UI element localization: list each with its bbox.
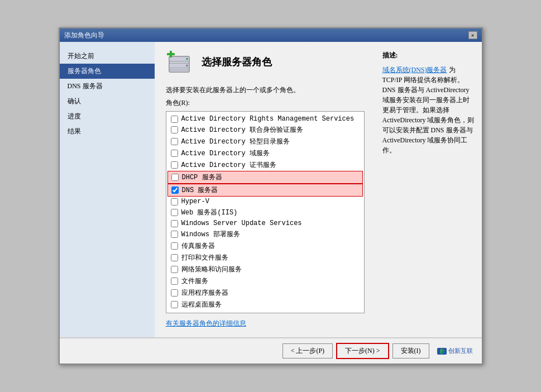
role-checkbox-dns[interactable] — [171, 187, 179, 194]
role-label-hyperv: Hyper-V — [181, 198, 209, 205]
install-button[interactable]: 安装(I) — [392, 343, 429, 358]
sidebar-item-progress[interactable]: 进度 — [60, 109, 155, 124]
sidebar-item-server-roles[interactable]: 服务器角色 — [60, 64, 155, 79]
description-panel: 描述: 域名系统(DNS)服务器 为 TCP/IP 网络提供名称解析。DNS 服… — [376, 42, 482, 337]
role-checkbox-adcs[interactable] — [171, 161, 178, 169]
role-checkbox-adds[interactable] — [171, 150, 178, 157]
roles-list[interactable]: Active Directory Rights Management Servi… — [166, 111, 365, 313]
back-button[interactable]: < 上一步(P) — [283, 343, 333, 358]
role-item-wds: Windows 部署服务 — [167, 228, 363, 240]
link-area: 有关服务器角色的详细信息 — [166, 319, 365, 328]
footer-logo: 🐉 创新互联 — [437, 347, 473, 355]
role-label-adlds: Active Directory 轻型目录服务 — [181, 137, 290, 146]
role-item-rds: 远程桌面服务 — [167, 299, 363, 310]
role-checkbox-iis[interactable] — [171, 209, 178, 216]
role-checkbox-fax[interactable] — [171, 242, 178, 250]
role-item-adcs: Active Directory 证书服务 — [167, 159, 363, 171]
footer: < 上一步(P) 下一步(N) > 安装(I) 🐉 创新互联 — [60, 338, 482, 364]
role-checkbox-dhcp[interactable] — [171, 174, 179, 181]
role-item-print: 打印和文件服务 — [167, 252, 363, 264]
role-item-dns: DNS 服务器 — [167, 184, 363, 197]
role-checkbox-adrms[interactable] — [171, 116, 178, 123]
main-area: 选择服务器角色 选择要安装在此服务器上的一个或多个角色。 角色(R): Acti… — [155, 42, 376, 337]
role-label-dhcp: DHCP 服务器 — [182, 173, 222, 182]
close-button[interactable]: × — [468, 31, 477, 39]
sidebar-item-start[interactable]: 开始之前 — [60, 49, 155, 64]
main-content-row: 选择服务器角色 选择要安装在此服务器上的一个或多个角色。 角色(R): Acti… — [155, 42, 482, 337]
role-label-fs: 文件服务 — [181, 276, 208, 286]
description-text: 选择要安装在此服务器上的一个或多个角色。 — [166, 85, 365, 95]
role-item-fs: 文件服务 — [167, 275, 363, 287]
role-label-adds: Active Directory 域服务 — [181, 149, 270, 158]
info-link[interactable]: 有关服务器角色的详细信息 — [166, 319, 246, 327]
svg-rect-7 — [170, 51, 172, 58]
role-item-hyperv: Hyper-V — [167, 197, 363, 207]
sidebar-item-result[interactable]: 结果 — [60, 124, 155, 139]
role-checkbox-fs[interactable] — [171, 278, 178, 285]
role-item-adlds: Active Directory 轻型目录服务 — [167, 136, 363, 147]
role-label-npas: 网络策略和访问服务 — [181, 265, 242, 274]
desc-body: 为 TCP/IP 网络提供名称解析。DNS 服务器与 ActiveDirecto… — [382, 66, 475, 154]
logo-text: 创新互联 — [448, 347, 473, 355]
desc-content: 域名系统(DNS)服务器 为 TCP/IP 网络提供名称解析。DNS 服务器与 … — [382, 65, 475, 155]
role-checkbox-adlds[interactable] — [171, 138, 178, 145]
sidebar-item-dns[interactable]: DNS 服务器 — [60, 79, 155, 94]
role-item-wsus: Windows Server Update Services — [167, 218, 363, 228]
role-item-dhcp: DHCP 服务器 — [167, 171, 363, 184]
role-checkbox-wsus[interactable] — [171, 220, 178, 227]
role-label-adcs: Active Directory 证书服务 — [181, 160, 276, 170]
role-checkbox-adfs[interactable] — [171, 126, 178, 133]
role-label-fax: 传真服务器 — [181, 241, 215, 251]
role-item-npas: 网络策略和访问服务 — [167, 264, 363, 275]
logo-icon: 🐉 — [437, 348, 447, 355]
titlebar: 添加角色向导 × — [60, 28, 482, 42]
role-label-adrms: Active Directory Rights Management Servi… — [181, 115, 355, 123]
sidebar-item-confirm[interactable]: 确认 — [60, 94, 155, 109]
role-checkbox-npas[interactable] — [171, 266, 178, 273]
desc-title: 描述: — [382, 51, 475, 60]
wizard-window: 添加角色向导 × 开始之前服务器角色DNS 服务器确认进度结果 — [59, 27, 483, 365]
role-label-iis: Web 服务器(IIS) — [181, 208, 238, 217]
role-item-adds: Active Directory 域服务 — [167, 147, 363, 159]
svg-point-5 — [186, 65, 188, 67]
page-title: 选择服务器角色 — [202, 55, 272, 69]
role-item-fax: 传真服务器 — [167, 240, 363, 252]
header-section: 选择服务器角色 — [166, 51, 365, 78]
roles-label: 角色(R): — [166, 98, 365, 108]
role-checkbox-rds[interactable] — [171, 301, 178, 308]
role-checkbox-wds[interactable] — [171, 231, 178, 238]
next-button[interactable]: 下一步(N) > — [336, 343, 389, 359]
role-label-wsus: Windows Server Update Services — [181, 219, 302, 227]
role-label-dns: DNS 服务器 — [182, 185, 218, 195]
role-label-print: 打印和文件服务 — [181, 253, 228, 262]
role-item-adfs: Active Directory 联合身份验证服务 — [167, 124, 363, 136]
role-item-as: 应用程序服务器 — [167, 287, 363, 299]
role-item-iis: Web 服务器(IIS) — [167, 207, 363, 218]
role-checkbox-as[interactable] — [171, 289, 178, 297]
sidebar: 开始之前服务器角色DNS 服务器确认进度结果 — [60, 42, 155, 337]
role-label-rds: 远程桌面服务 — [181, 300, 222, 309]
window-title: 添加角色向导 — [64, 31, 104, 40]
role-label-as: 应用程序服务器 — [181, 288, 228, 298]
role-checkbox-hyperv[interactable] — [171, 198, 178, 205]
role-checkbox-print[interactable] — [171, 254, 178, 261]
role-label-wds: Windows 部署服务 — [181, 230, 241, 239]
content-area: 开始之前服务器角色DNS 服务器确认进度结果 — [60, 42, 482, 337]
desc-link[interactable]: 域名系统(DNS)服务器 — [382, 66, 447, 74]
role-label-adfs: Active Directory 联合身份验证服务 — [181, 125, 303, 135]
header-icon — [166, 51, 193, 78]
svg-point-4 — [186, 58, 188, 60]
role-item-adrms: Active Directory Rights Management Servi… — [167, 114, 363, 124]
svg-rect-3 — [169, 70, 189, 72]
